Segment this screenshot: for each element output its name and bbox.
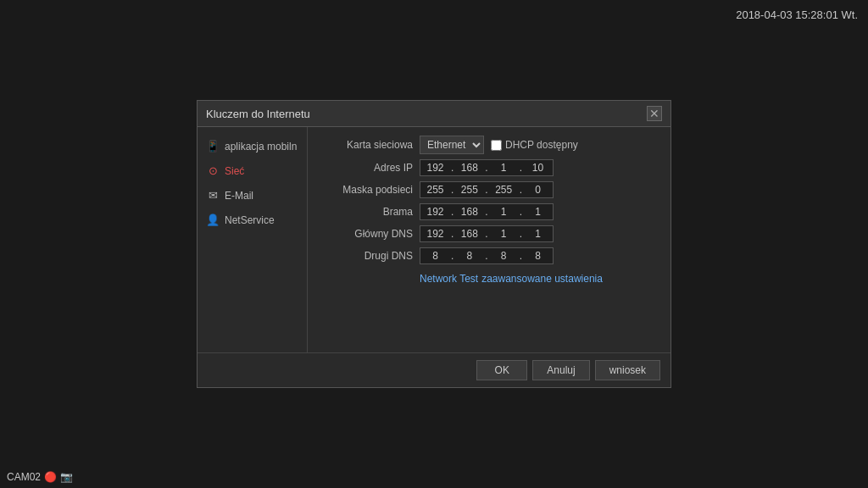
brama-label: Brama <box>320 206 413 218</box>
sidebar-item-netservice[interactable]: 👤 NetService <box>198 208 307 232</box>
glowny-dns-row: Główny DNS . . . <box>320 225 659 242</box>
network-test-link[interactable]: Network Test <box>420 273 478 285</box>
email-icon: ✉ <box>206 189 220 202</box>
wniosek-button[interactable]: wniosek <box>595 360 660 380</box>
drugi-dns-2[interactable] <box>454 248 484 263</box>
karta-dropdown[interactable]: Ethernet <box>420 136 484 154</box>
adres-ip-3[interactable] <box>489 160 519 175</box>
adres-ip-label: Adres IP <box>320 162 413 174</box>
sidebar-item-netservice-label: NetService <box>225 214 275 226</box>
karta-row: Karta sieciowa Ethernet DHCP dostępny <box>320 136 659 154</box>
glowny-dns-fields: . . . <box>420 225 554 242</box>
mobile-icon: 📱 <box>206 140 220 152</box>
sidebar-item-email[interactable]: ✉ E-Mail <box>198 183 307 208</box>
sidebar-item-mobile[interactable]: 📱 aplikacja mobiln <box>198 134 307 158</box>
maska-row: Maska podsieci . . . <box>320 181 659 198</box>
netservice-icon: 👤 <box>206 214 220 226</box>
sidebar-item-siec[interactable]: ⊙ Sieć <box>198 158 307 183</box>
brama-3[interactable] <box>489 204 519 219</box>
brama-4[interactable] <box>523 204 553 219</box>
dialog: Kluczem do Internetu ✕ 📱 aplikacja mobil… <box>197 100 671 388</box>
drugi-dns-label: Drugi DNS <box>320 250 413 262</box>
network-test-row: Network Test zaawansowane ustawienia <box>320 269 659 285</box>
adres-ip-4[interactable] <box>523 160 553 175</box>
glowny-dns-label: Główny DNS <box>320 228 413 240</box>
sidebar: 📱 aplikacja mobiln ⊙ Sieć ✉ E-Mail 👤 Net… <box>198 127 308 352</box>
brama-2[interactable] <box>454 204 484 219</box>
zaawansowane-link[interactable]: zaawansowane ustawienia <box>481 273 603 285</box>
glowny-dns-3[interactable] <box>489 226 519 241</box>
sidebar-item-email-label: E-Mail <box>225 190 253 202</box>
anuluj-button[interactable]: Anuluj <box>532 360 589 380</box>
dhcp-label-text: DHCP dostępny <box>505 139 578 151</box>
brama-row: Brama . . . <box>320 203 659 220</box>
glowny-dns-1[interactable] <box>420 226 450 241</box>
close-button[interactable]: ✕ <box>647 106 662 121</box>
dhcp-checkbox-label[interactable]: DHCP dostępny <box>491 139 578 151</box>
main-content: Karta sieciowa Ethernet DHCP dostępny Ad… <box>308 127 670 352</box>
maska-3[interactable] <box>489 182 519 197</box>
maska-4[interactable] <box>523 182 553 197</box>
glowny-dns-2[interactable] <box>454 226 484 241</box>
adres-ip-2[interactable] <box>454 160 484 175</box>
dialog-titlebar: Kluczem do Internetu ✕ <box>198 101 670 127</box>
sidebar-item-siec-label: Sieć <box>225 165 244 177</box>
brama-fields: . . . <box>420 203 554 220</box>
maska-fields: . . . <box>420 181 554 198</box>
maska-1[interactable] <box>420 182 450 197</box>
dialog-footer: OK Anuluj wniosek <box>198 352 670 387</box>
karta-label: Karta sieciowa <box>320 139 413 151</box>
adres-ip-row: Adres IP . . . <box>320 159 659 176</box>
siec-icon: ⊙ <box>206 164 220 177</box>
dialog-title: Kluczem do Internetu <box>206 108 310 120</box>
adres-ip-fields: . . . <box>420 159 554 176</box>
dhcp-checkbox[interactable] <box>491 140 502 151</box>
drugi-dns-3[interactable] <box>489 248 519 263</box>
glowny-dns-4[interactable] <box>523 226 553 241</box>
drugi-dns-row: Drugi DNS . . . <box>320 247 659 264</box>
sidebar-item-mobile-label: aplikacja mobiln <box>225 141 297 152</box>
maska-label: Maska podsieci <box>320 184 413 196</box>
drugi-dns-fields: . . . <box>420 247 554 264</box>
ok-button[interactable]: OK <box>476 360 527 380</box>
drugi-dns-1[interactable] <box>420 248 450 263</box>
brama-1[interactable] <box>420 204 450 219</box>
adres-ip-1[interactable] <box>420 160 450 175</box>
drugi-dns-4[interactable] <box>523 248 553 263</box>
maska-2[interactable] <box>454 182 484 197</box>
